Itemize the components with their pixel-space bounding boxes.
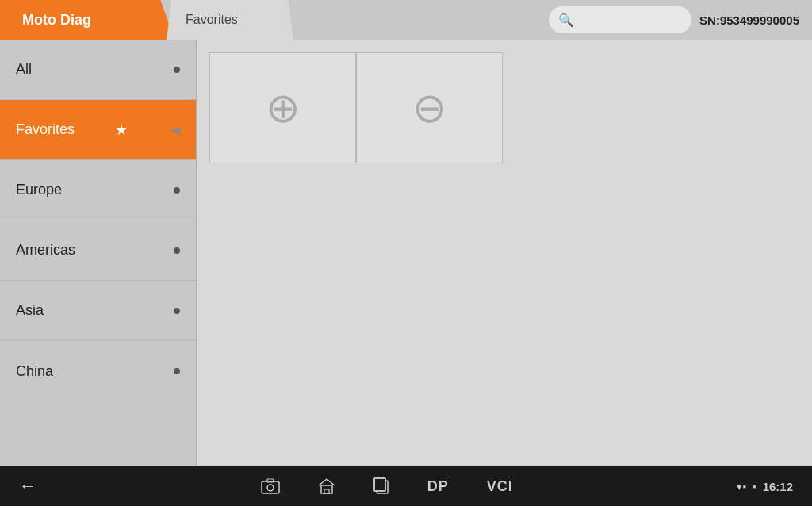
sidebar-item-asia[interactable]: Asia — [0, 281, 196, 341]
home-icon — [318, 477, 335, 495]
bottom-bar: ← DP VCI — [0, 466, 812, 506]
battery-icon: ▪ — [753, 481, 756, 493]
sidebar-item-americas[interactable]: Americas — [0, 220, 196, 281]
main-content: All Favorites ★ ◀ Europe Americas Asia C… — [0, 40, 812, 466]
sn-label: SN:953499990005 — [699, 13, 799, 27]
sidebar-item-favorites-label: Favorites — [16, 121, 75, 138]
tab-favorites-label: Favorites — [186, 13, 238, 27]
svg-rect-6 — [374, 478, 385, 491]
dp-label: DP — [427, 478, 449, 495]
home-button[interactable] — [318, 477, 335, 495]
sidebar-item-europe-dot — [174, 187, 180, 194]
sidebar-item-favorites-arrow: ◀ — [171, 124, 180, 136]
sidebar-item-asia-label: Asia — [16, 302, 44, 319]
sidebar-item-americas-dot — [174, 247, 180, 254]
header-spacer — [293, 0, 541, 40]
status-area: ▾▪ ▪ 16:12 — [737, 480, 793, 493]
sidebar-item-china-label: China — [16, 363, 53, 380]
vci-label: VCI — [487, 478, 513, 495]
back-button[interactable]: ← — [19, 476, 36, 496]
tab-favorites[interactable]: Favorites — [167, 0, 293, 40]
svg-point-1 — [267, 485, 274, 491]
tab-motodiag-label: Moto Diag — [22, 12, 91, 29]
content-tiles: ⊕ ⊖ — [209, 52, 503, 163]
star-icon: ★ — [115, 121, 128, 139]
add-tile[interactable]: ⊕ — [209, 52, 356, 163]
copy-icon — [373, 477, 389, 495]
copy-button[interactable] — [373, 477, 389, 495]
dp-button[interactable]: DP — [427, 478, 449, 495]
sidebar: All Favorites ★ ◀ Europe Americas Asia C… — [0, 40, 197, 466]
header: Moto Diag Favorites 🔍 SN:953499990005 — [0, 0, 812, 40]
tab-motodiag[interactable]: Moto Diag — [0, 0, 174, 40]
remove-tile[interactable]: ⊖ — [356, 52, 503, 163]
search-icon: 🔍 — [558, 13, 574, 28]
back-icon: ← — [19, 476, 36, 496]
vci-button[interactable]: VCI — [487, 478, 513, 495]
content-area: ⊕ ⊖ — [197, 40, 812, 466]
sidebar-item-europe[interactable]: Europe — [0, 160, 196, 220]
sidebar-item-china[interactable]: China — [0, 341, 196, 401]
sidebar-item-asia-dot — [174, 308, 180, 314]
sidebar-item-favorites[interactable]: Favorites ★ ◀ — [0, 100, 196, 160]
sidebar-item-americas-label: Americas — [16, 242, 75, 259]
sidebar-item-china-dot — [174, 368, 180, 374]
add-icon: ⊕ — [266, 87, 301, 128]
serial-number: SN:953499990005 — [699, 0, 812, 40]
remove-icon: ⊖ — [412, 87, 447, 128]
sidebar-item-europe-label: Europe — [16, 182, 62, 198]
camera-button[interactable] — [261, 478, 280, 494]
sidebar-item-all-dot — [174, 67, 180, 73]
search-bar[interactable]: 🔍 — [549, 6, 691, 33]
wifi-icon: ▾▪ — [737, 481, 746, 493]
sidebar-item-all-label: All — [16, 61, 32, 78]
clock: 16:12 — [763, 480, 793, 493]
svg-rect-2 — [267, 479, 274, 482]
bottom-icons: DP VCI — [36, 477, 737, 495]
sidebar-item-all[interactable]: All — [0, 40, 196, 100]
camera-icon — [261, 478, 280, 494]
